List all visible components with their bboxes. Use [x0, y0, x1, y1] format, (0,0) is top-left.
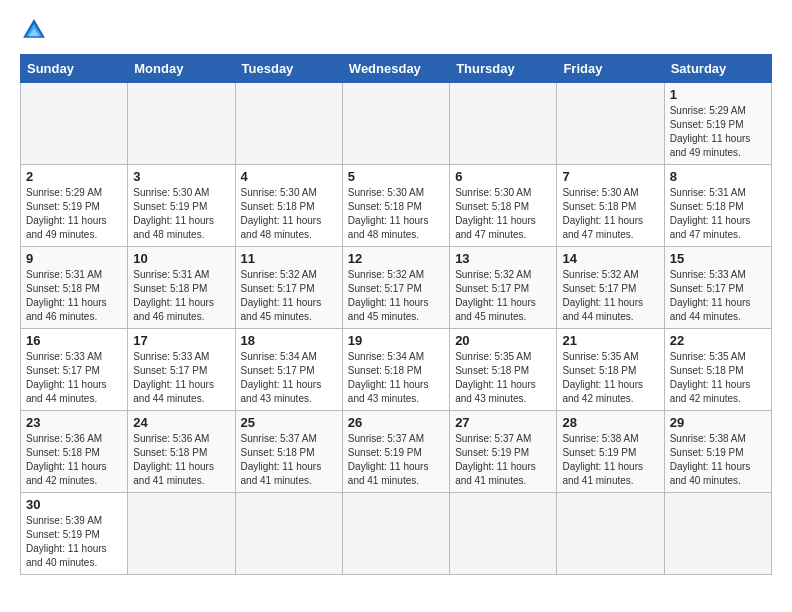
calendar-cell: 25Sunrise: 5:37 AMSunset: 5:18 PMDayligh…	[235, 411, 342, 493]
calendar-row-2: 9Sunrise: 5:31 AMSunset: 5:18 PMDaylight…	[21, 247, 772, 329]
day-number: 26	[348, 415, 444, 430]
day-info: Sunrise: 5:36 AMSunset: 5:18 PMDaylight:…	[133, 432, 229, 488]
day-info: Sunrise: 5:38 AMSunset: 5:19 PMDaylight:…	[562, 432, 658, 488]
day-number: 22	[670, 333, 766, 348]
day-info: Sunrise: 5:29 AMSunset: 5:19 PMDaylight:…	[670, 104, 766, 160]
day-number: 11	[241, 251, 337, 266]
calendar-cell: 10Sunrise: 5:31 AMSunset: 5:18 PMDayligh…	[128, 247, 235, 329]
day-number: 2	[26, 169, 122, 184]
day-info: Sunrise: 5:30 AMSunset: 5:18 PMDaylight:…	[562, 186, 658, 242]
day-info: Sunrise: 5:30 AMSunset: 5:18 PMDaylight:…	[455, 186, 551, 242]
calendar-cell	[557, 83, 664, 165]
calendar-table: SundayMondayTuesdayWednesdayThursdayFrid…	[20, 54, 772, 575]
day-number: 23	[26, 415, 122, 430]
calendar-cell	[450, 493, 557, 575]
day-info: Sunrise: 5:32 AMSunset: 5:17 PMDaylight:…	[455, 268, 551, 324]
logo-icon	[20, 16, 48, 44]
calendar-cell	[128, 83, 235, 165]
day-number: 13	[455, 251, 551, 266]
day-number: 29	[670, 415, 766, 430]
day-info: Sunrise: 5:31 AMSunset: 5:18 PMDaylight:…	[133, 268, 229, 324]
day-info: Sunrise: 5:33 AMSunset: 5:17 PMDaylight:…	[26, 350, 122, 406]
header	[20, 16, 772, 44]
calendar-cell: 23Sunrise: 5:36 AMSunset: 5:18 PMDayligh…	[21, 411, 128, 493]
day-info: Sunrise: 5:33 AMSunset: 5:17 PMDaylight:…	[133, 350, 229, 406]
weekday-header-monday: Monday	[128, 55, 235, 83]
day-info: Sunrise: 5:34 AMSunset: 5:18 PMDaylight:…	[348, 350, 444, 406]
calendar-cell: 21Sunrise: 5:35 AMSunset: 5:18 PMDayligh…	[557, 329, 664, 411]
calendar-cell: 15Sunrise: 5:33 AMSunset: 5:17 PMDayligh…	[664, 247, 771, 329]
day-number: 3	[133, 169, 229, 184]
day-info: Sunrise: 5:35 AMSunset: 5:18 PMDaylight:…	[670, 350, 766, 406]
day-info: Sunrise: 5:32 AMSunset: 5:17 PMDaylight:…	[241, 268, 337, 324]
calendar-cell: 1Sunrise: 5:29 AMSunset: 5:19 PMDaylight…	[664, 83, 771, 165]
day-number: 4	[241, 169, 337, 184]
calendar-cell	[557, 493, 664, 575]
calendar-cell	[21, 83, 128, 165]
calendar-cell: 18Sunrise: 5:34 AMSunset: 5:17 PMDayligh…	[235, 329, 342, 411]
calendar-row-0: 1Sunrise: 5:29 AMSunset: 5:19 PMDaylight…	[21, 83, 772, 165]
weekday-header-thursday: Thursday	[450, 55, 557, 83]
weekday-header-tuesday: Tuesday	[235, 55, 342, 83]
day-number: 17	[133, 333, 229, 348]
day-info: Sunrise: 5:33 AMSunset: 5:17 PMDaylight:…	[670, 268, 766, 324]
day-number: 5	[348, 169, 444, 184]
calendar-cell: 28Sunrise: 5:38 AMSunset: 5:19 PMDayligh…	[557, 411, 664, 493]
calendar-cell: 17Sunrise: 5:33 AMSunset: 5:17 PMDayligh…	[128, 329, 235, 411]
calendar-row-1: 2Sunrise: 5:29 AMSunset: 5:19 PMDaylight…	[21, 165, 772, 247]
day-number: 1	[670, 87, 766, 102]
calendar-cell: 2Sunrise: 5:29 AMSunset: 5:19 PMDaylight…	[21, 165, 128, 247]
day-number: 7	[562, 169, 658, 184]
calendar-cell: 27Sunrise: 5:37 AMSunset: 5:19 PMDayligh…	[450, 411, 557, 493]
day-info: Sunrise: 5:39 AMSunset: 5:19 PMDaylight:…	[26, 514, 122, 570]
calendar-cell: 5Sunrise: 5:30 AMSunset: 5:18 PMDaylight…	[342, 165, 449, 247]
calendar-cell: 9Sunrise: 5:31 AMSunset: 5:18 PMDaylight…	[21, 247, 128, 329]
day-info: Sunrise: 5:37 AMSunset: 5:19 PMDaylight:…	[348, 432, 444, 488]
calendar-cell	[342, 83, 449, 165]
calendar-cell: 6Sunrise: 5:30 AMSunset: 5:18 PMDaylight…	[450, 165, 557, 247]
calendar-row-4: 23Sunrise: 5:36 AMSunset: 5:18 PMDayligh…	[21, 411, 772, 493]
logo	[20, 16, 52, 44]
day-info: Sunrise: 5:29 AMSunset: 5:19 PMDaylight:…	[26, 186, 122, 242]
calendar-cell	[235, 83, 342, 165]
day-number: 21	[562, 333, 658, 348]
weekday-header-friday: Friday	[557, 55, 664, 83]
day-info: Sunrise: 5:35 AMSunset: 5:18 PMDaylight:…	[455, 350, 551, 406]
calendar-cell: 13Sunrise: 5:32 AMSunset: 5:17 PMDayligh…	[450, 247, 557, 329]
calendar-cell: 22Sunrise: 5:35 AMSunset: 5:18 PMDayligh…	[664, 329, 771, 411]
day-number: 20	[455, 333, 551, 348]
calendar-cell: 16Sunrise: 5:33 AMSunset: 5:17 PMDayligh…	[21, 329, 128, 411]
day-info: Sunrise: 5:32 AMSunset: 5:17 PMDaylight:…	[348, 268, 444, 324]
day-info: Sunrise: 5:36 AMSunset: 5:18 PMDaylight:…	[26, 432, 122, 488]
day-number: 9	[26, 251, 122, 266]
weekday-header-sunday: Sunday	[21, 55, 128, 83]
calendar-cell: 26Sunrise: 5:37 AMSunset: 5:19 PMDayligh…	[342, 411, 449, 493]
day-info: Sunrise: 5:30 AMSunset: 5:18 PMDaylight:…	[241, 186, 337, 242]
day-info: Sunrise: 5:30 AMSunset: 5:18 PMDaylight:…	[348, 186, 444, 242]
day-info: Sunrise: 5:34 AMSunset: 5:17 PMDaylight:…	[241, 350, 337, 406]
day-number: 8	[670, 169, 766, 184]
day-number: 19	[348, 333, 444, 348]
calendar-cell	[450, 83, 557, 165]
calendar-cell: 7Sunrise: 5:30 AMSunset: 5:18 PMDaylight…	[557, 165, 664, 247]
day-number: 16	[26, 333, 122, 348]
weekday-header-wednesday: Wednesday	[342, 55, 449, 83]
weekday-header-row: SundayMondayTuesdayWednesdayThursdayFrid…	[21, 55, 772, 83]
day-info: Sunrise: 5:38 AMSunset: 5:19 PMDaylight:…	[670, 432, 766, 488]
calendar-cell	[664, 493, 771, 575]
day-number: 30	[26, 497, 122, 512]
calendar-cell: 14Sunrise: 5:32 AMSunset: 5:17 PMDayligh…	[557, 247, 664, 329]
calendar-cell: 29Sunrise: 5:38 AMSunset: 5:19 PMDayligh…	[664, 411, 771, 493]
day-info: Sunrise: 5:32 AMSunset: 5:17 PMDaylight:…	[562, 268, 658, 324]
calendar-cell: 12Sunrise: 5:32 AMSunset: 5:17 PMDayligh…	[342, 247, 449, 329]
calendar-cell: 20Sunrise: 5:35 AMSunset: 5:18 PMDayligh…	[450, 329, 557, 411]
day-info: Sunrise: 5:31 AMSunset: 5:18 PMDaylight:…	[670, 186, 766, 242]
weekday-header-saturday: Saturday	[664, 55, 771, 83]
day-number: 27	[455, 415, 551, 430]
page-container: SundayMondayTuesdayWednesdayThursdayFrid…	[20, 16, 772, 575]
calendar-cell: 4Sunrise: 5:30 AMSunset: 5:18 PMDaylight…	[235, 165, 342, 247]
day-number: 18	[241, 333, 337, 348]
calendar-cell	[128, 493, 235, 575]
day-info: Sunrise: 5:30 AMSunset: 5:19 PMDaylight:…	[133, 186, 229, 242]
calendar-cell: 24Sunrise: 5:36 AMSunset: 5:18 PMDayligh…	[128, 411, 235, 493]
